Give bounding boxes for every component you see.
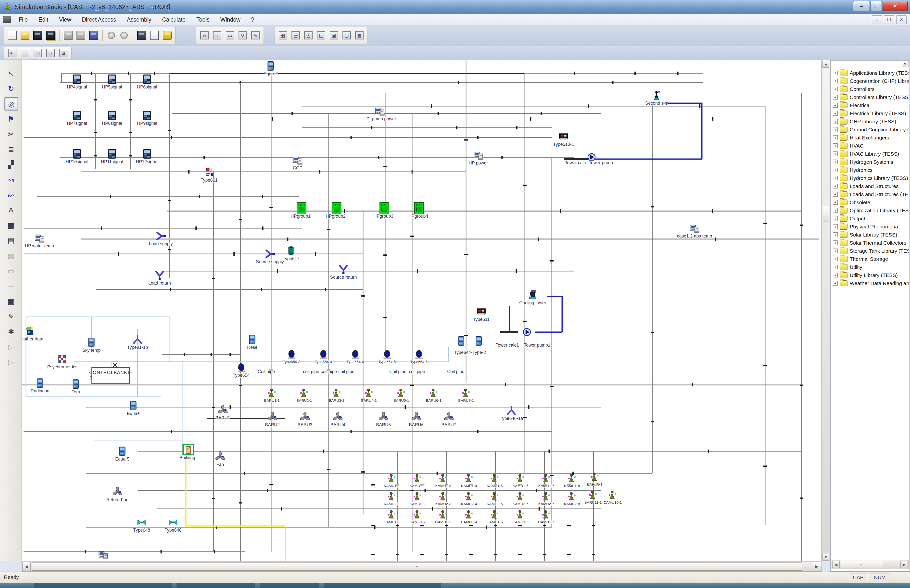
tree-expand-icon[interactable]: + [833, 224, 838, 229]
component-type654-5[interactable] [382, 349, 392, 360]
component-second-sim[interactable] [651, 90, 662, 102]
list-tool[interactable]: ≣ [5, 143, 18, 156]
tree-item-electrical[interactable]: +Electrical [832, 101, 908, 109]
component-baru7-1[interactable] [461, 388, 471, 399]
component-sky-temp[interactable] [86, 337, 97, 349]
component-psychrometrics[interactable] [57, 354, 68, 365]
link-tool-button[interactable]: ∿ [250, 29, 261, 42]
save-all-button[interactable] [45, 29, 56, 42]
component-return-fan[interactable] [112, 487, 123, 498]
component-cooling-tower[interactable] [528, 290, 538, 301]
insert-component-button[interactable]: ↓ [212, 29, 223, 42]
component-kamu1-1[interactable] [386, 473, 397, 484]
component-baru4-1[interactable] [364, 388, 374, 399]
component-kamu2-5[interactable] [490, 491, 500, 502]
zoom-all-button[interactable]: ⊞ [58, 47, 69, 59]
canvas-vscrollbar[interactable]: ▲ ▼ [822, 60, 830, 561]
divider-tool[interactable]: ─ [5, 279, 18, 292]
pen-tool[interactable]: ✎ [5, 310, 18, 323]
component-kamu1-6[interactable] [515, 473, 525, 484]
component-case1-2-abs-temp[interactable] [689, 223, 700, 234]
tree-expand-icon[interactable]: + [833, 79, 838, 83]
component-type646-1a[interactable] [506, 405, 517, 417]
component-baru11-1[interactable] [588, 490, 598, 501]
component-camu1-7[interactable] [541, 509, 551, 520]
link2-tool[interactable]: ↜ [5, 189, 18, 201]
component-equa-[interactable] [128, 401, 139, 412]
tree-expand-icon[interactable]: + [833, 95, 838, 100]
tree-expand-icon[interactable]: + [833, 135, 838, 140]
tree-expand-icon[interactable]: + [833, 144, 838, 148]
component-camu1-4[interactable] [464, 509, 474, 520]
tree-item-loads-and-structures-tess[interactable]: +Loads and Structures (TESS) [832, 190, 908, 198]
vscroll-thumb[interactable] [823, 206, 829, 222]
tree-expand-icon[interactable]: + [833, 176, 838, 180]
ungroup-button[interactable]: ▢ [341, 29, 352, 42]
component-type661[interactable] [204, 167, 214, 178]
hscroll-thumb[interactable]: ≡ [32, 562, 802, 570]
component-hp12signal[interactable] [142, 149, 152, 160]
component-source-return[interactable] [338, 264, 349, 276]
assembly-canvas[interactable]: HP4signalHP5signalHP6signalHP7signalHP8s… [21, 60, 822, 561]
component-type654-2[interactable] [286, 349, 297, 360]
component-building[interactable] [182, 444, 194, 457]
component-hp9signal[interactable] [142, 110, 152, 121]
component-baru5[interactable] [378, 412, 389, 423]
tree-item-electrical-library-tess[interactable]: +Electrical Library (TESS) [832, 109, 908, 117]
component-equa-2[interactable] [265, 61, 276, 72]
tree-item-storage-tank-library-tess[interactable]: +Storage Tank Library (TESS) [832, 247, 908, 255]
tree-expand-icon[interactable]: + [833, 216, 838, 221]
frame-tool-button[interactable]: ▭ [224, 29, 236, 42]
tree-expand-icon[interactable]: + [833, 87, 838, 91]
save-button[interactable] [32, 29, 44, 42]
component-kamu2-1[interactable] [386, 491, 397, 502]
tree-expand-icon[interactable]: + [833, 103, 838, 108]
tree-expand-icon[interactable]: + [833, 111, 838, 116]
component-camu1-5[interactable] [490, 509, 500, 520]
snapshot-button[interactable]: ▩ [354, 29, 365, 42]
scroll-left-arrow[interactable]: ◀ [22, 562, 31, 571]
component-load-return[interactable] [154, 270, 165, 281]
tree-expand-icon[interactable]: + [833, 200, 838, 205]
component-baru6[interactable] [411, 412, 422, 423]
tree-hscrollbar[interactable]: ◀ ≡ ▶ [832, 560, 908, 569]
tree-expand-icon[interactable]: + [833, 281, 838, 286]
redo-button[interactable] [118, 29, 130, 42]
print-preview-button[interactable] [149, 29, 160, 42]
tree-item-heat-exchangers[interactable]: +Heat Exchangers [832, 134, 908, 142]
component-equa-5[interactable] [117, 446, 128, 457]
tree-expand-icon[interactable]: + [833, 119, 838, 124]
component-kamu2-2[interactable] [412, 491, 423, 502]
tree-item-loads-and-structures[interactable]: +Loads and Structures [832, 182, 908, 190]
component-camu10-1[interactable] [608, 490, 618, 501]
component-camu1-1[interactable] [386, 509, 397, 520]
component-fan[interactable] [215, 451, 225, 463]
tree-expand-icon[interactable]: + [833, 265, 838, 269]
run-tool[interactable]: ✱ [5, 325, 18, 338]
component-hpgroup2[interactable]: MTS [330, 202, 343, 215]
text-tool-button[interactable]: A [199, 29, 210, 42]
component-kamu1-4[interactable] [464, 473, 474, 484]
menu-item-window[interactable]: Window [215, 15, 246, 24]
tree-item-utility-library-tess[interactable]: +Utility Library (TESS) [832, 271, 908, 279]
component-type654-6[interactable] [414, 349, 424, 360]
component-weather-data[interactable] [25, 326, 35, 337]
component-baru4[interactable] [333, 412, 343, 423]
tree-item-output[interactable]: +Output [832, 215, 908, 223]
tree-item-optimization-library-tess[interactable]: +Optimization Library (TESS) [832, 207, 908, 215]
tree-item-hydrogen-systems[interactable]: +Hydrogen Systems [832, 158, 908, 166]
menu-item-direct-access[interactable]: Direct Access [76, 15, 121, 24]
title-bar[interactable]: Simulation Studio - [CASE1-2_v8_140627_A… [0, 0, 910, 14]
component-hp5signal[interactable] [107, 74, 117, 85]
tree-item-cogeneration-chp-library-t[interactable]: +Cogeneration (CHP) Library (T [832, 77, 908, 85]
group-button[interactable]: ▣ [328, 29, 339, 42]
cut-button[interactable] [63, 29, 74, 42]
table2-tool[interactable]: ▤ [5, 234, 18, 247]
component-pump[interactable] [522, 327, 532, 338]
panel-close-icon[interactable]: x [902, 61, 908, 68]
table1-tool[interactable]: ▦ [5, 219, 18, 232]
component-baru2[interactable] [267, 412, 278, 423]
flow2-tool[interactable]: ▷ [5, 355, 18, 368]
probe-tool-button[interactable]: ⚲ [237, 29, 248, 42]
tree-scroll-right[interactable]: ▶ [900, 561, 908, 569]
